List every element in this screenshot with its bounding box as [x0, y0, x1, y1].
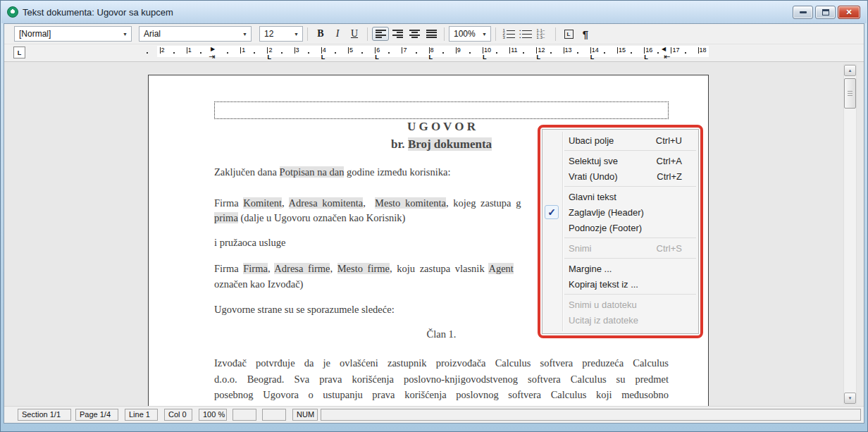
status-panel — [262, 409, 286, 421]
show-paragraph-marks-button[interactable]: ¶ — [577, 27, 594, 41]
zoom-combobox-value: 100% — [454, 29, 476, 39]
ruler-number: 12 — [536, 47, 545, 54]
align-right-icon — [392, 30, 403, 39]
tab-stop-marker[interactable]: L — [267, 54, 271, 60]
font-combobox-value: Arial — [144, 29, 161, 39]
tab-stop-marker[interactable]: L — [644, 54, 648, 60]
style-combobox[interactable]: [Normal] ▼ — [14, 26, 132, 42]
zoom-combobox[interactable]: 100% ▼ — [449, 26, 491, 42]
menu-separator — [564, 186, 696, 187]
menu-item-label: Vrati (Undo) — [569, 171, 648, 182]
font-size-combobox[interactable]: 12 ▼ — [259, 26, 303, 42]
status-section: Section 1/1 — [18, 409, 71, 421]
multilevel-list-icon — [537, 29, 549, 39]
ruler-tick — [577, 52, 578, 54]
text-segment: d.o.o. Beograd. Sva prava korišćenja pos… — [214, 374, 669, 385]
ruler-number: 10 — [483, 47, 491, 54]
menu-item-selektuj-sve[interactable]: Selektuj sveCtrl+A — [542, 153, 698, 168]
chevron-down-icon[interactable]: ▼ — [478, 27, 490, 41]
ruler-number: 2 — [267, 47, 272, 54]
ruler-number: 15 — [617, 47, 626, 54]
tab-stop-marker[interactable]: L — [536, 54, 540, 60]
toolbar-separator — [307, 27, 308, 41]
right-margin-marker[interactable]: ⇤ — [664, 53, 670, 60]
ruler-number: 18 — [698, 47, 707, 54]
tab-stop-marker[interactable]: L — [375, 54, 379, 60]
text-segment: Firma — [214, 263, 243, 274]
underline-button[interactable]: U — [346, 27, 363, 41]
numbered-list-button[interactable] — [500, 27, 517, 41]
text-segment: Izvođač potvrđuje da je ovlašćeni zastup… — [214, 357, 669, 369]
scroll-up-button[interactable]: ▲ — [844, 65, 856, 76]
text-segment: U G O V O R — [407, 120, 476, 133]
scrollbar-thumb[interactable] — [844, 78, 856, 109]
ruler-tick — [147, 52, 148, 54]
chevron-down-icon[interactable]: ▼ — [119, 27, 131, 41]
text-segment: (dalje u Ugovoru označen kao Korisnik) — [238, 212, 406, 223]
menu-item-kopiraj-tekst-iz[interactable]: Kopiraj tekst iz ... — [542, 276, 698, 292]
tab-frame-button[interactable]: L — [560, 27, 577, 41]
ruler-tick — [657, 52, 659, 54]
font-combobox[interactable]: Arial ▼ — [139, 26, 252, 42]
menu-item-ubaci-polje[interactable]: Ubaci poljeCtrl+U — [542, 132, 698, 148]
status-message — [321, 409, 861, 421]
text-segment: , — [363, 197, 375, 209]
menu-item-margine[interactable]: Margine ... — [542, 261, 698, 276]
status-zoom: 100 % — [199, 409, 227, 421]
document-text-line: Izvođač potvrđuje da je ovlašćeni zastup… — [214, 356, 669, 370]
ruler-number: 16 — [644, 47, 652, 54]
menu-item-vrati-undo[interactable]: Vrati (Undo)Ctrl+Z — [542, 168, 698, 184]
menu-item-glavni-tekst[interactable]: Glavni tekst — [542, 189, 698, 204]
document-text-line: posebnog Ugovora o ustupanju prava koriš… — [214, 388, 669, 402]
ruler-number: 13 — [564, 47, 572, 54]
ruler-tick — [335, 52, 336, 54]
status-line: Line 1 — [125, 409, 158, 421]
tab-stop-marker[interactable]: L — [321, 54, 326, 60]
bullet-list-button[interactable] — [517, 27, 534, 41]
left-margin-marker[interactable]: ⇥ — [209, 53, 215, 60]
align-center-button[interactable] — [406, 27, 423, 41]
toolbar-separator — [495, 27, 496, 41]
status-panel — [232, 409, 256, 421]
bold-button[interactable]: B — [312, 27, 329, 41]
minimize-button[interactable] — [793, 6, 813, 19]
tab-type-selector[interactable]: L — [13, 47, 25, 58]
ruler-tick — [281, 52, 283, 54]
title-bar[interactable]: Tekst dokumenta: Ugovor sa kupcem ✕ — [1, 1, 867, 23]
chevron-down-icon[interactable]: ▼ — [290, 27, 302, 41]
scroll-down-button[interactable]: ▼ — [844, 393, 856, 404]
italic-button[interactable]: I — [329, 27, 346, 41]
menu-item-podnozje-footer[interactable]: Podnozje (Footer) — [542, 220, 698, 235]
ruler: L ▶ ◀ ⇥ ⇤ 21123456789101112131415161718L… — [4, 44, 864, 61]
vertical-scrollbar[interactable]: ▲ ▼ — [843, 64, 857, 405]
tab-stop-marker[interactable]: L — [483, 54, 487, 60]
merge-field: Potpisan na dan — [280, 166, 345, 178]
menu-item-label: Kopiraj tekst iz ... — [569, 279, 693, 290]
header-placeholder-box[interactable] — [214, 101, 669, 119]
align-right-button[interactable] — [389, 27, 406, 41]
ruler-tick — [200, 52, 202, 54]
status-page: Page 1/4 — [75, 409, 118, 421]
multilevel-list-button[interactable] — [534, 27, 551, 41]
menu-item-label: Ucitaj iz datoteke — [569, 315, 693, 326]
text-segment: , — [268, 263, 274, 274]
arrow-down-icon: ▼ — [848, 396, 852, 400]
tab-stop-marker[interactable]: L — [590, 54, 595, 60]
menu-item-snimi: SnimiCtrl+S — [542, 240, 698, 256]
toolbar-separator — [444, 27, 445, 41]
menu-item-zaglavlje-header[interactable]: ✓Zaglavlje (Header) — [542, 204, 698, 220]
ruler-number: 1 — [187, 47, 192, 54]
close-button[interactable]: ✕ — [838, 6, 860, 19]
align-justify-button[interactable] — [423, 27, 440, 41]
chevron-down-icon[interactable]: ▼ — [239, 27, 251, 41]
text-segment: Član 1. — [427, 328, 457, 340]
ruler-number: 9 — [456, 47, 461, 54]
ruler-number: 14 — [590, 47, 599, 54]
align-left-button[interactable] — [372, 27, 389, 41]
text-segment: posebnog Ugovora o ustupanju prava koriš… — [214, 389, 669, 400]
text-segment: , kojeg zastupa g — [446, 197, 521, 209]
maximize-button[interactable] — [815, 6, 836, 19]
toolbar-separator — [367, 27, 368, 41]
tab-stop-marker[interactable]: L — [429, 54, 433, 60]
text-segment: , — [282, 197, 288, 209]
